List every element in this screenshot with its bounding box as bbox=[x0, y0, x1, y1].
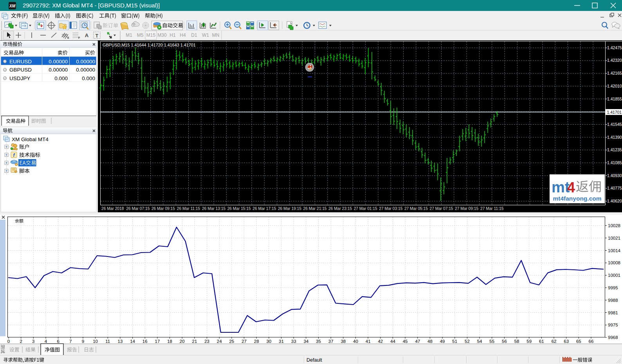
svg-text:1.41855: 1.41855 bbox=[607, 97, 622, 101]
svg-text:37: 37 bbox=[328, 339, 334, 344]
svg-text:1.40620: 1.40620 bbox=[607, 199, 622, 203]
svg-text:16: 16 bbox=[142, 339, 148, 344]
svg-text:1.41545: 1.41545 bbox=[607, 122, 622, 127]
svg-text:13: 13 bbox=[118, 339, 123, 344]
svg-text:1.42165: 1.42165 bbox=[607, 71, 622, 75]
svg-text:45: 45 bbox=[403, 339, 408, 344]
svg-text:F: F bbox=[78, 36, 80, 39]
svg-text:58: 58 bbox=[514, 339, 519, 344]
svg-text:1.40930: 1.40930 bbox=[607, 174, 622, 178]
svg-text:42: 42 bbox=[378, 339, 383, 344]
svg-text:9968: 9968 bbox=[608, 335, 618, 340]
svg-text:21: 21 bbox=[192, 339, 197, 344]
svg-text:10014: 10014 bbox=[608, 248, 621, 253]
svg-text:D1: D1 bbox=[191, 32, 197, 38]
svg-text:4: 4 bbox=[567, 179, 575, 195]
svg-text:56: 56 bbox=[502, 339, 507, 344]
svg-text:47: 47 bbox=[415, 339, 420, 344]
svg-text:35: 35 bbox=[316, 339, 321, 344]
svg-text:38: 38 bbox=[341, 339, 346, 344]
svg-text:27: 27 bbox=[242, 339, 247, 344]
svg-text:26 Mar 23:15: 26 Mar 23:15 bbox=[328, 206, 352, 211]
svg-text:27 Mar 07:15: 27 Mar 07:15 bbox=[429, 206, 453, 211]
svg-text:1.41235: 1.41235 bbox=[607, 148, 622, 152]
svg-text:4: 4 bbox=[45, 339, 47, 344]
svg-text:24: 24 bbox=[217, 339, 222, 344]
svg-text:26 Mar 13:15: 26 Mar 13:15 bbox=[202, 206, 225, 211]
svg-text:1.42320: 1.42320 bbox=[607, 58, 622, 63]
svg-text:55: 55 bbox=[489, 339, 494, 344]
svg-text:2: 2 bbox=[20, 339, 22, 344]
svg-text:23: 23 bbox=[204, 339, 209, 344]
svg-text:0: 0 bbox=[7, 339, 10, 344]
svg-text:27 Mar 09:15: 27 Mar 09:15 bbox=[455, 206, 478, 211]
svg-text:27 Mar 01:15: 27 Mar 01:15 bbox=[354, 206, 377, 211]
svg-text:W1: W1 bbox=[202, 32, 209, 38]
svg-text:H4: H4 bbox=[180, 32, 186, 38]
svg-text:10021: 10021 bbox=[608, 236, 620, 240]
svg-text:M30: M30 bbox=[157, 32, 167, 38]
svg-text:1.42475: 1.42475 bbox=[607, 46, 622, 50]
svg-text:27 Mar 11:15: 27 Mar 11:15 bbox=[480, 206, 504, 211]
svg-text:0.00000: 0.00000 bbox=[76, 59, 95, 65]
svg-text:29072792: XM Global MT4 - [GBP: 29072792: XM Global MT4 - [GBPUSD,M15 (v… bbox=[23, 2, 160, 9]
svg-text:0.000: 0.000 bbox=[54, 75, 68, 81]
svg-text:59: 59 bbox=[526, 339, 532, 344]
svg-text:10001: 10001 bbox=[608, 273, 620, 278]
svg-text:7: 7 bbox=[69, 339, 72, 344]
svg-text:31: 31 bbox=[279, 339, 284, 344]
svg-text:1.41390: 1.41390 bbox=[607, 135, 622, 140]
svg-text:54: 54 bbox=[477, 339, 482, 344]
svg-text:17: 17 bbox=[155, 339, 160, 344]
svg-text:9988: 9988 bbox=[608, 298, 618, 303]
svg-text:USDJPY: USDJPY bbox=[9, 75, 30, 81]
svg-text:GBPUSD: GBPUSD bbox=[9, 67, 32, 73]
svg-text:GBPUSD,M15 1.41644 1.41720 1.: GBPUSD,M15 1.41644 1.41720 1.41643 1.417… bbox=[103, 43, 196, 47]
svg-text:26 Mar 19:15: 26 Mar 19:15 bbox=[278, 206, 301, 211]
svg-text:33: 33 bbox=[291, 339, 296, 344]
svg-text:XM Global MT4: XM Global MT4 bbox=[12, 136, 49, 142]
svg-text:48: 48 bbox=[427, 339, 433, 344]
svg-text:10028: 10028 bbox=[608, 223, 620, 228]
svg-text:34: 34 bbox=[303, 339, 308, 344]
svg-text:25: 25 bbox=[229, 339, 234, 344]
svg-text:3: 3 bbox=[32, 339, 34, 344]
svg-text:E: E bbox=[67, 36, 69, 39]
svg-text:10008: 10008 bbox=[608, 260, 620, 265]
svg-text:63: 63 bbox=[564, 339, 569, 344]
svg-text:14: 14 bbox=[130, 339, 135, 344]
svg-text:28: 28 bbox=[254, 339, 259, 344]
svg-text:Default: Default bbox=[306, 357, 322, 363]
svg-text:XM: XM bbox=[9, 4, 16, 8]
svg-text:9995: 9995 bbox=[608, 285, 618, 290]
svg-text:27 Mar 05:15: 27 Mar 05:15 bbox=[404, 206, 428, 211]
svg-text:26 Mar 07:15: 26 Mar 07:15 bbox=[126, 206, 150, 211]
svg-text:11: 11 bbox=[105, 339, 110, 344]
svg-text:H1: H1 bbox=[169, 32, 176, 38]
svg-text:MN: MN bbox=[212, 32, 220, 38]
svg-text:M5: M5 bbox=[137, 32, 144, 38]
svg-text:26 Mar 21:15: 26 Mar 21:15 bbox=[303, 206, 326, 211]
svg-text:18: 18 bbox=[167, 339, 172, 344]
svg-text:mt4fanyong.com: mt4fanyong.com bbox=[553, 195, 601, 202]
svg-text:0.00000: 0.00000 bbox=[76, 67, 95, 73]
svg-text:0.000: 0.000 bbox=[82, 75, 95, 81]
svg-text:9: 9 bbox=[82, 339, 84, 344]
svg-text:1.42010: 1.42010 bbox=[607, 84, 622, 88]
svg-text:10: 10 bbox=[93, 339, 98, 344]
svg-text:1.40775: 1.40775 bbox=[607, 186, 622, 190]
svg-text:9975: 9975 bbox=[608, 323, 618, 327]
svg-text:49: 49 bbox=[440, 339, 445, 344]
svg-text:51: 51 bbox=[452, 339, 457, 344]
svg-text:26 Mar 09:15: 26 Mar 09:15 bbox=[151, 206, 175, 211]
svg-text:0.00000: 0.00000 bbox=[49, 59, 68, 65]
svg-text:61: 61 bbox=[539, 339, 544, 344]
svg-text:52: 52 bbox=[465, 339, 470, 344]
svg-text:M15: M15 bbox=[146, 32, 156, 38]
svg-text:26 Mar 11:15: 26 Mar 11:15 bbox=[177, 206, 200, 211]
svg-text:0.00000: 0.00000 bbox=[49, 67, 68, 73]
svg-text:65: 65 bbox=[576, 339, 581, 344]
svg-text:26 Mar 17:15: 26 Mar 17:15 bbox=[252, 206, 276, 211]
svg-text:62: 62 bbox=[552, 339, 557, 344]
svg-text:26 Mar 15:15: 26 Mar 15:15 bbox=[227, 206, 251, 211]
